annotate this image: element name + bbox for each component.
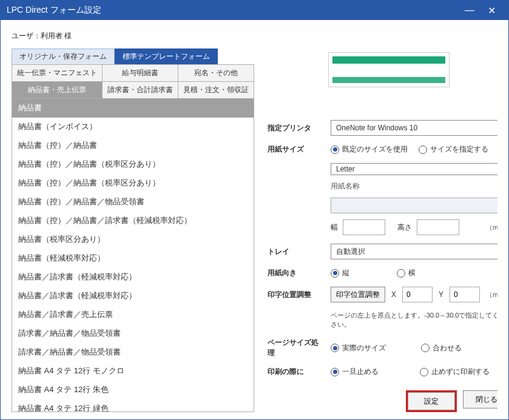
orientation-label: 用紙向き [268,268,325,278]
paper-size-subblock: Letter 用紙名称 幅 高さ （mm） [331,163,497,235]
paper-size-row: 用紙サイズ 既定のサイズを使用 サイズを指定する [268,144,497,155]
form-preview [328,52,450,87]
list-item[interactable]: 納品書 A4 タテ 12行 モノクロ [12,362,254,381]
list-item[interactable]: 納品書（税率区分あり） [12,230,254,249]
orientation-radios: 縦 横 [331,268,416,278]
radio-dot-icon [331,344,339,352]
list-item[interactable]: 納品書（控）／納品書（税率区分あり） [12,174,254,193]
user-label: ユーザ：利用者 様 [12,31,497,41]
source-tab-0[interactable]: オリジナル・保存フォーム [12,48,115,64]
radio-dot-icon [397,269,405,278]
form-source-tabs: オリジナル・保存フォーム標準テンプレートフォーム [12,48,254,64]
when-printing-pause-radio[interactable]: 一旦止める [331,367,379,377]
height-label: 高さ [397,222,412,233]
list-item[interactable]: 納品書（インボイス） [12,118,254,136]
page-size-label: ページサイズ処理 [268,338,325,358]
right-pane: 指定プリンタ OneNote for Windows 10 用紙サイズ 既定のサ… [268,48,497,412]
category-tab-3[interactable]: 納品書・売上伝票 [12,82,103,98]
paper-size-select[interactable]: Letter [331,163,497,175]
list-item[interactable]: 請求書／納品書／物品受領書 [12,343,254,362]
list-item[interactable]: 納品書（控）／納品書（税率区分あり） [12,155,254,174]
page-size-row: ページサイズ処理 実際のサイズ 合わせる [268,338,497,358]
list-item[interactable]: 納品書／請求書／売上伝票 [12,305,254,324]
page-size-radios: 実際のサイズ 合わせる [331,343,462,353]
printer-row: 指定プリンタ OneNote for Windows 10 [268,120,497,136]
source-tab-1[interactable]: 標準テンプレートフォーム [115,48,218,64]
category-tab-2[interactable]: 宛名・その他 [178,65,254,82]
orientation-row: 用紙向き 縦 横 [268,268,497,278]
category-tab-1[interactable]: 給与明細書 [103,65,178,82]
main-area: オリジナル・保存フォーム標準テンプレートフォーム 統一伝票・マニフェスト給与明細… [12,48,497,412]
offset-x-label: X [391,290,396,299]
list-item[interactable]: 納品書 [12,99,254,118]
offset-row: 印字位置調整 印字位置調整 X Y （mm） [268,287,497,302]
list-item[interactable]: 納品書（控）／納品書／請求書（軽減税率対応） [12,212,254,230]
printer-select[interactable]: OneNote for Windows 10 [331,120,497,136]
close-dialog-button[interactable]: 閉じる [463,390,497,408]
paper-size-custom-radio[interactable]: サイズを指定する [419,144,488,155]
list-item[interactable]: 納品書 A4 タテ 12行 朱色 [12,381,254,399]
paper-size-fixed-radio[interactable]: 既定のサイズを使用 [331,144,408,155]
settings-window: LPC Direct フォーム設定 — ✕ ユーザ：利用者 様 オリジナル・保存… [0,0,509,420]
paper-size-label: 用紙サイズ [268,144,325,155]
paper-name-input[interactable] [331,198,497,213]
minimize-button[interactable]: — [459,5,480,16]
tray-select[interactable]: 自動選択 [331,244,497,259]
list-item[interactable]: 納品書（軽減税率対応） [12,249,254,268]
offset-hint: ページの左上を原点とします。-30.0～30.0で指定してください。 [331,311,497,329]
tray-row: トレイ 自動選択 [268,244,497,259]
left-pane: オリジナル・保存フォーム標準テンプレートフォーム 統一伝票・マニフェスト給与明細… [12,48,254,412]
when-printing-continue-radio[interactable]: 止めずに印刷する [420,367,490,377]
category-tab-5[interactable]: 見積・注文・領収証 [178,82,254,98]
height-input[interactable] [417,219,459,235]
category-tabs: 統一伝票・マニフェスト給与明細書宛名・その他納品書・売上伝票請求書・合計請求書見… [12,64,254,99]
offset-label: 印字位置調整 [268,290,325,300]
apply-highlight: 設定 [406,390,457,412]
category-tab-4[interactable]: 請求書・合計請求書 [103,82,178,98]
list-item[interactable]: 納品書（控）／納品書／物品受領書 [12,193,254,212]
radio-dot-icon [420,368,428,376]
dim-unit: （mm） [486,223,497,232]
radio-dot-icon [331,368,339,376]
width-label: 幅 [331,222,338,233]
radio-dot-icon [419,145,427,154]
offset-x-input[interactable] [402,287,433,302]
radio-dot-icon [331,269,339,278]
list-item[interactable]: 納品書／請求書（軽減税率対応） [12,268,254,287]
content-area: ユーザ：利用者 様 オリジナル・保存フォーム標準テンプレートフォーム 統一伝票・… [1,20,508,419]
apply-button[interactable]: 設定 [408,392,455,410]
offset-unit: （mm） [486,290,497,299]
window-title: LPC Direct フォーム設定 [7,5,459,16]
orientation-landscape-radio[interactable]: 横 [397,268,416,278]
page-size-fit-radio[interactable]: 合わせる [421,343,462,353]
paper-dim-row: 幅 高さ （mm） [331,219,497,235]
radio-dot-icon [331,145,339,154]
tray-label: トレイ [268,247,325,257]
list-item[interactable]: 納品書 A4 タテ 12行 緑色 [12,399,254,412]
category-tab-0[interactable]: 統一伝票・マニフェスト [12,65,103,82]
offset-adjust-button[interactable]: 印字位置調整 [331,287,385,302]
offset-y-input[interactable] [450,287,480,302]
printer-label: 指定プリンタ [268,123,325,133]
radio-dot-icon [421,344,430,352]
orientation-portrait-radio[interactable]: 縦 [331,268,349,278]
when-printing-row: 印刷の際に 一旦止める 止めずに印刷する [268,367,497,377]
when-printing-label: 印刷の際に [268,367,325,377]
paper-size-mode: 既定のサイズを使用 サイズを指定する [331,144,488,155]
titlebar: LPC Direct フォーム設定 — ✕ [1,1,508,20]
when-printing-radios: 一旦止める 止めずに印刷する [331,367,490,377]
form-list[interactable]: 納品書納品書（インボイス）納品書（控）／納品書納品書（控）／納品書（税率区分あり… [12,99,254,412]
list-item[interactable]: 請求書／納品書／物品受領書 [12,324,254,343]
button-row: 設定 閉じる [268,390,497,412]
paper-name-label: 用紙名称 [331,181,497,192]
close-button[interactable]: ✕ [480,5,502,16]
page-size-actual-radio[interactable]: 実際のサイズ [331,343,386,353]
list-item[interactable]: 納品書／請求書（軽減税率対応） [12,287,254,305]
offset-y-label: Y [439,290,443,299]
width-input[interactable] [343,219,385,235]
list-item[interactable]: 納品書（控）／納品書 [12,136,254,155]
